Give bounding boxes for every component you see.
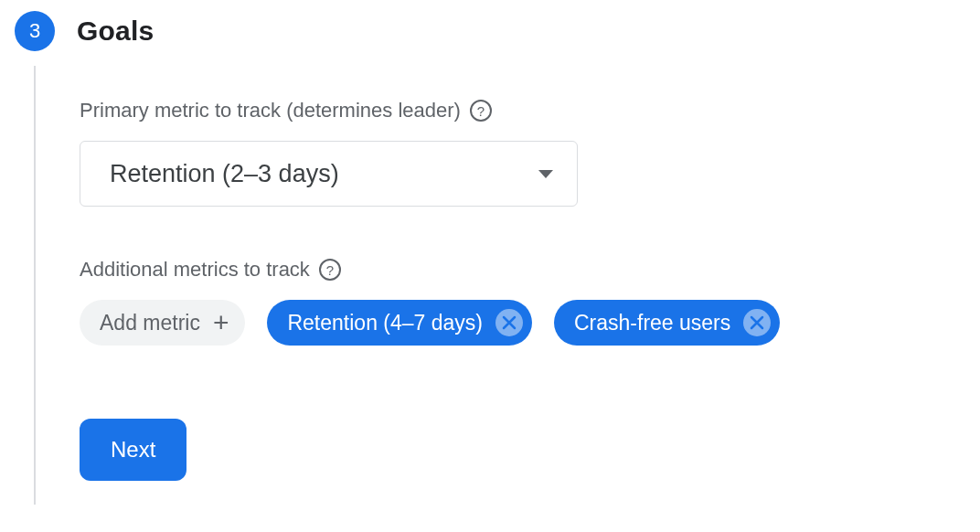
step-connector-line — [34, 66, 36, 505]
help-icon[interactable]: ? — [319, 259, 341, 281]
close-icon — [502, 315, 517, 330]
remove-metric-button[interactable] — [743, 309, 771, 336]
help-icon[interactable]: ? — [470, 100, 492, 122]
metric-chip-label: Crash-free users — [574, 311, 730, 335]
add-metric-chip[interactable]: Add metric + — [80, 300, 245, 346]
step-content: Primary metric to track (determines lead… — [80, 59, 829, 505]
additional-metrics-label: Additional metrics to track ? — [80, 258, 829, 282]
chevron-down-icon — [538, 170, 553, 178]
close-icon — [750, 315, 764, 330]
plus-icon: + — [213, 309, 229, 336]
add-metric-label: Add metric — [100, 311, 200, 335]
metric-chip-label: Retention (4–7 days) — [287, 311, 483, 335]
step-number-badge: 3 — [15, 11, 55, 51]
step-title: Goals — [77, 16, 154, 47]
primary-metric-selected-value: Retention (2–3 days) — [110, 160, 339, 188]
additional-metrics-chips: Add metric + Retention (4–7 days) Crash-… — [80, 300, 829, 346]
primary-metric-label-text: Primary metric to track (determines lead… — [80, 99, 461, 122]
primary-metric-label: Primary metric to track (determines lead… — [80, 99, 829, 122]
step-header: 3 Goals — [15, 11, 980, 51]
primary-metric-select[interactable]: Retention (2–3 days) — [80, 141, 578, 207]
remove-metric-button[interactable] — [495, 309, 523, 336]
additional-metrics-label-text: Additional metrics to track — [80, 258, 310, 282]
metric-chip[interactable]: Retention (4–7 days) — [267, 300, 532, 346]
next-button[interactable]: Next — [80, 419, 186, 481]
metric-chip[interactable]: Crash-free users — [554, 300, 780, 346]
